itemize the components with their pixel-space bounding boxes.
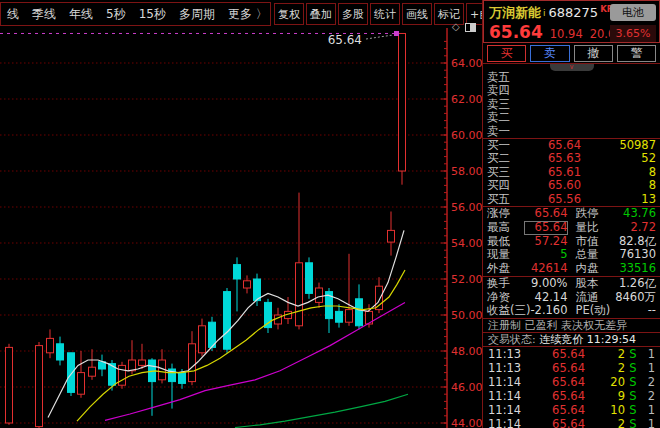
stat-row: 换手9.00%股本1.26亿 <box>483 277 660 291</box>
info-icon[interactable]: i <box>543 8 546 18</box>
stat-row: 现量5总量76130 <box>483 248 660 262</box>
tick-side: S <box>625 417 641 428</box>
stat-value: 57.24 <box>524 235 568 249</box>
tick-price: 65.64 <box>521 361 599 375</box>
stat-gap <box>568 235 576 249</box>
bid-row[interactable]: 买五65.5613 <box>483 193 660 206</box>
ask-price <box>517 84 612 97</box>
bid-levels[interactable]: 买一65.6450987买二65.6352买三65.618买四65.608买五6… <box>483 138 660 207</box>
ask-row[interactable]: 卖三 <box>483 98 660 111</box>
tick-price: 65.64 <box>521 403 599 417</box>
ask-row[interactable]: 卖五 <box>483 71 660 84</box>
bid-price: 65.61 <box>517 166 612 179</box>
tick-volume: 9 <box>599 389 625 403</box>
stat-value: 65.64 <box>524 221 568 235</box>
period-item[interactable]: 多周期 <box>179 6 215 23</box>
tick-volume: 2 <box>599 347 625 361</box>
period-item[interactable]: 更多 〉 <box>228 6 268 23</box>
orderbook-collapse: ∨ <box>483 64 660 71</box>
toolbar-button[interactable]: 统计 <box>370 3 400 25</box>
bid-volume: 8 <box>612 179 656 192</box>
stock-header: 万润新能 i 688275 KR 65.64 10.94 20.00% 电池 3… <box>483 0 660 43</box>
stat-label: 现量 <box>487 248 524 262</box>
bid-row[interactable]: 买二65.6352 <box>483 152 660 165</box>
ask-price <box>517 111 612 124</box>
period-item[interactable]: 15秒 <box>139 6 166 23</box>
stat-row: 收益(三)-2.160PE(动)-- <box>483 304 660 318</box>
stat-label: 最高 <box>487 221 524 235</box>
session-label: 交易状态: <box>488 333 536 346</box>
stat-label: 净资 <box>487 291 524 305</box>
stock-name[interactable]: 万润新能 <box>489 4 541 22</box>
trade-button-sell[interactable]: 卖 <box>530 45 569 62</box>
ask-row[interactable]: 卖二 <box>483 111 660 124</box>
tick-side: S <box>625 361 641 375</box>
stat-label: 涨停 <box>487 207 524 221</box>
stat-label: 跌停 <box>576 207 613 221</box>
last-price: 65.64 <box>489 22 543 42</box>
diamond-marker-icon[interactable]: ◇ <box>452 22 460 32</box>
svg-text:65.64: 65.64 <box>328 33 362 47</box>
ask-volume <box>612 111 656 124</box>
tick-side: S <box>625 403 641 417</box>
stat-value: -- <box>613 304 657 318</box>
tick-list[interactable]: 11:1365.642S111:1365.642S111:1465.6420S2… <box>483 347 660 428</box>
tick-row: 11:1365.642S1 <box>483 347 660 361</box>
toolbar-button[interactable]: 复权 <box>274 3 304 25</box>
stat-value: 9.00% <box>524 277 568 291</box>
stat-value: 5 <box>524 248 568 262</box>
tick-row: 11:1465.6420S2 <box>483 375 660 389</box>
period-item[interactable]: 季线 <box>32 6 56 23</box>
tick-price: 65.64 <box>521 375 599 389</box>
bid-row[interactable]: 买一65.6450987 <box>483 139 660 152</box>
tick-volume: 2 <box>599 417 625 428</box>
stat-gap <box>568 277 576 291</box>
tick-row: 11:1465.642S1 <box>483 417 660 428</box>
stat-row: 最高65.64量比2.72 <box>483 221 660 235</box>
ask-volume <box>612 84 656 97</box>
bid-price: 65.63 <box>517 152 612 165</box>
bid-row[interactable]: 买三65.618 <box>483 166 660 179</box>
ask-label: 卖二 <box>487 111 517 124</box>
ask-levels[interactable]: 卖五卖四卖三卖二卖一 <box>483 71 660 138</box>
bid-volume: 13 <box>612 193 656 206</box>
bid-volume: 50987 <box>612 139 656 152</box>
stat-value: 42614 <box>524 262 568 276</box>
candlestick-chart[interactable]: 64.0062.0060.0058.0056.0054.0052.0050.00… <box>0 28 482 428</box>
trade-button-buy[interactable]: 买 <box>487 45 526 62</box>
ask-price <box>517 71 612 84</box>
trade-button-plain[interactable]: 撤 <box>574 45 613 62</box>
stat-value: 82.8亿 <box>613 235 657 249</box>
stat-row: 最低57.24市值82.8亿 <box>483 235 660 249</box>
tick-count: 2 <box>641 375 655 389</box>
tick-side: S <box>625 347 641 361</box>
tick-count: 1 <box>641 403 655 417</box>
bid-row[interactable]: 买四65.608 <box>483 179 660 192</box>
stat-value: -2.160 <box>524 304 568 318</box>
ask-volume <box>612 98 656 111</box>
svg-text:56.00: 56.00 <box>451 201 482 214</box>
stat-gap <box>568 248 576 262</box>
stat-value: 8460万 <box>613 291 657 305</box>
svg-text:52.00: 52.00 <box>451 273 482 286</box>
tick-count: 1 <box>641 361 655 375</box>
toolbar-button[interactable]: 叠加 <box>306 3 336 25</box>
ask-row[interactable]: 卖一 <box>483 125 660 138</box>
period-toolbar: 线季线年线5秒15秒多周期更多 〉 <box>0 2 271 26</box>
stat-gap <box>568 221 576 235</box>
collapse-chevron-icon[interactable]: ∨ <box>550 64 594 71</box>
toolbar-button[interactable]: 多股 <box>338 3 368 25</box>
split-window-icon[interactable] <box>465 23 476 32</box>
period-item[interactable]: 年线 <box>69 6 93 23</box>
period-item[interactable]: 线 <box>7 6 19 23</box>
ask-row[interactable]: 卖四 <box>483 84 660 97</box>
quote-panel: 万润新能 i 688275 KR 65.64 10.94 20.00% 电池 3… <box>482 0 660 428</box>
industry-button[interactable]: 电池 <box>610 4 656 21</box>
toolbar-button[interactable]: 画线 <box>402 3 432 25</box>
ask-volume <box>612 71 656 84</box>
top-toolbar: 线季线年线5秒15秒多周期更多 〉 复权叠加多股统计画线标记+自选返回 <box>0 0 482 28</box>
stat-label: 换手 <box>487 277 524 291</box>
tick-time: 11:13 <box>488 361 521 375</box>
period-item[interactable]: 5秒 <box>106 6 126 23</box>
trade-button-plain[interactable]: 警 <box>617 45 656 62</box>
